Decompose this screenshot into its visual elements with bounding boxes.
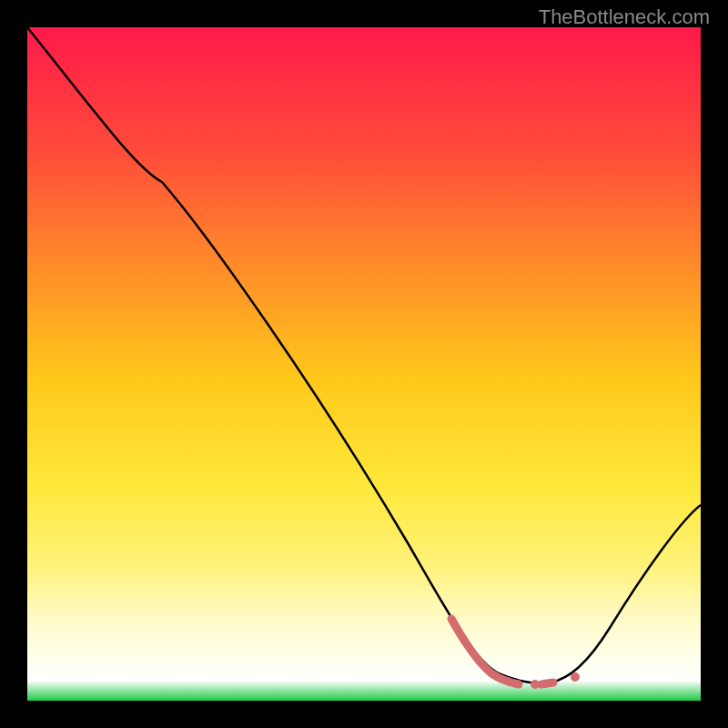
bottleneck-chart (27, 27, 701, 701)
svg-point-2 (571, 672, 580, 682)
chart-area (27, 27, 701, 701)
watermark-text: TheBottleneck.com (539, 5, 710, 29)
bottleneck-curve-line (27, 27, 701, 683)
